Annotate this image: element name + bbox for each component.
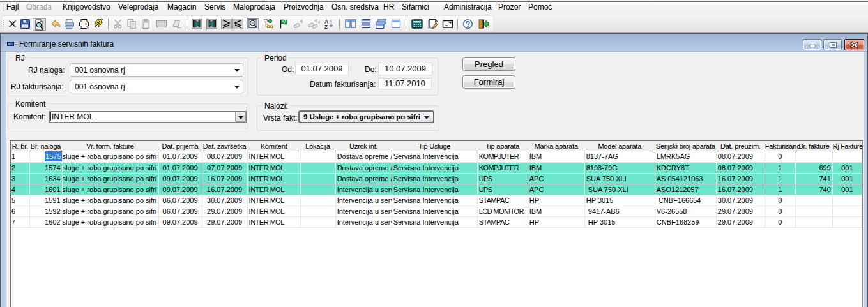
svg-text:Z: Z: [324, 24, 328, 29]
